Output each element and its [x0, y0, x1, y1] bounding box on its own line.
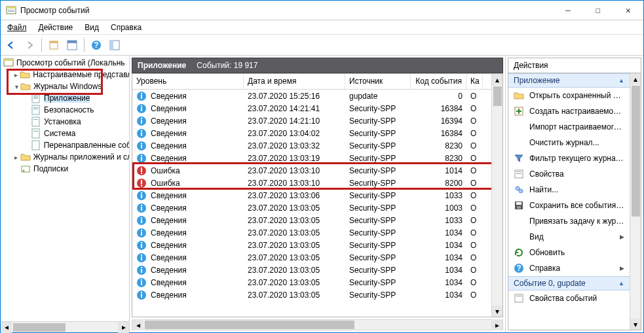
- subscription-icon: [20, 164, 31, 174]
- actions-section-event[interactable]: Событие 0, gupdate ▲: [508, 276, 630, 290]
- svg-rect-69: [141, 254, 142, 256]
- back-button[interactable]: [3, 37, 19, 53]
- svg-rect-71: [141, 269, 142, 273]
- table-row[interactable]: Сведения23.07.2020 13:03:05Security-SPP1…: [132, 226, 491, 239]
- scroll-left-icon[interactable]: ◂: [1, 322, 12, 333]
- table-row[interactable]: Сведения23.07.2020 13:03:05Security-SPP1…: [132, 202, 491, 214]
- table-row[interactable]: Сведения23.07.2020 13:03:05Security-SPP1…: [132, 214, 491, 226]
- tree-windows-logs[interactable]: ▾ Журналы Windows: [1, 80, 129, 92]
- collapse-icon[interactable]: ▾: [12, 83, 20, 90]
- collapse-icon[interactable]: ▲: [618, 280, 624, 287]
- menu-action[interactable]: Действие: [36, 22, 76, 33]
- action-refresh[interactable]: Обновить: [508, 245, 630, 260]
- svg-rect-63: [141, 230, 142, 231]
- svg-rect-56: [141, 207, 142, 211]
- action-attach-task[interactable]: Привязать задачу к журн...: [508, 213, 630, 229]
- table-row[interactable]: Сведения23.07.2020 13:04:02Security-SPP1…: [132, 127, 491, 139]
- action-event-props[interactable]: Свойства событий: [508, 290, 630, 306]
- action-help[interactable]: ?Справка▶: [508, 260, 630, 276]
- scroll-down-icon[interactable]: ▾: [492, 306, 502, 317]
- svg-rect-20: [33, 109, 38, 109]
- cell-code: 1003: [411, 203, 466, 213]
- table-row[interactable]: Сведения23.07.2020 15:25:16gupdate0О: [132, 90, 491, 102]
- show-tree-button[interactable]: [46, 37, 62, 53]
- minimize-button[interactable]: —: [553, 1, 583, 20]
- action-save-all[interactable]: Сохранить все события к...: [508, 198, 630, 213]
- action-open-saved[interactable]: Открыть сохраненный ж...: [508, 88, 630, 103]
- table-row[interactable]: Сведения23.07.2020 13:03:19Security-SPP8…: [132, 152, 491, 164]
- col-code[interactable]: Код события: [411, 74, 466, 89]
- table-row[interactable]: Сведения23.07.2020 13:03:32Security-SPP8…: [132, 139, 491, 152]
- tree-setup[interactable]: Установка: [1, 116, 129, 128]
- col-source[interactable]: Источник: [345, 74, 411, 89]
- action-filter[interactable]: Фильтр текущего журнал...: [508, 150, 630, 166]
- table-row[interactable]: Ошибка23.07.2020 13:03:10Security-SPP101…: [132, 164, 491, 177]
- actions-pane: Действия Приложение ▲ Открыть сохраненны…: [506, 56, 643, 332]
- action-clear-log[interactable]: Очистить журнал...: [508, 135, 630, 150]
- collapse-icon[interactable]: ▲: [618, 77, 624, 84]
- toolbar: ?: [1, 35, 643, 56]
- toolbar-separator-2: [84, 38, 85, 52]
- table-row[interactable]: Сведения23.07.2020 14:21:41Security-SPP1…: [132, 102, 491, 114]
- expand-icon[interactable]: ▸: [12, 71, 20, 79]
- scroll-left-icon[interactable]: ◂: [132, 319, 143, 330]
- menu-view[interactable]: Вид: [82, 22, 102, 33]
- svg-rect-65: [141, 244, 142, 248]
- table-row[interactable]: Сведения23.07.2020 13:03:05Security-SPP1…: [132, 276, 491, 289]
- expand-icon[interactable]: ▸: [12, 154, 20, 161]
- table-row[interactable]: Сведения23.07.2020 14:21:10Security-SPP1…: [132, 114, 491, 127]
- tree-system[interactable]: Система: [1, 128, 129, 139]
- grid-h-scrollbar[interactable]: ◂ ▸: [132, 319, 503, 330]
- properties-button[interactable]: [64, 37, 80, 53]
- svg-rect-23: [32, 129, 39, 138]
- scroll-right-icon[interactable]: ▸: [118, 322, 129, 333]
- menu-help[interactable]: Справка: [108, 22, 144, 33]
- col-date[interactable]: Дата и время: [244, 74, 345, 89]
- scroll-up-icon[interactable]: ▴: [492, 74, 502, 85]
- maximize-button[interactable]: ☐: [583, 1, 613, 20]
- col-level[interactable]: Уровень: [132, 74, 244, 89]
- cell-source: Security-SPP: [345, 116, 411, 126]
- svg-rect-48: [141, 173, 142, 174]
- tree-custom-views[interactable]: ▸ Настраиваемые представле: [1, 69, 129, 80]
- table-row[interactable]: Сведения23.07.2020 13:03:05Security-SPP1…: [132, 289, 491, 301]
- cell-level: Сведения: [151, 154, 187, 163]
- action-create-custom[interactable]: Создать настраиваемое п...: [508, 103, 630, 119]
- table-row[interactable]: Сведения23.07.2020 13:03:05Security-SPP1…: [132, 264, 491, 276]
- table-row[interactable]: Сведения23.07.2020 13:03:06Security-SPP1…: [132, 189, 491, 202]
- table-row[interactable]: Ошибка23.07.2020 13:03:10Security-SPP820…: [132, 177, 491, 189]
- actions-v-scrollbar[interactable]: ▴ ▾: [630, 73, 641, 330]
- tree-security[interactable]: Безопасность: [1, 104, 129, 116]
- folder-icon: [20, 152, 31, 162]
- scroll-up-icon[interactable]: ▴: [630, 73, 641, 84]
- tree-h-scrollbar[interactable]: ◂ ▸: [1, 321, 129, 332]
- action-find[interactable]: Найти...: [508, 182, 630, 198]
- tree[interactable]: Просмотр событий (Локальнь ▸ Настраиваем…: [1, 56, 129, 321]
- tree-app-services[interactable]: ▸ Журналы приложений и сл: [1, 151, 129, 163]
- tree-root[interactable]: Просмотр событий (Локальнь: [1, 57, 129, 69]
- event-grid[interactable]: Уровень Дата и время Источник Код событи…: [132, 74, 491, 317]
- action-import-custom[interactable]: Импорт настраиваемого...: [508, 119, 630, 135]
- close-button[interactable]: ✕: [613, 1, 643, 20]
- action-properties[interactable]: Свойства: [508, 166, 630, 182]
- tree-forwarded[interactable]: Перенаправленные соб: [1, 139, 129, 151]
- table-row[interactable]: Сведения23.07.2020 13:03:05Security-SPP1…: [132, 239, 491, 251]
- help-button[interactable]: ?: [88, 37, 104, 53]
- panes-button[interactable]: [107, 37, 123, 53]
- action-view[interactable]: Вид▶: [508, 229, 630, 245]
- open-icon: [514, 90, 524, 101]
- table-row[interactable]: Сведения23.07.2020 13:03:05Security-SPP1…: [132, 251, 491, 264]
- tree-subscriptions[interactable]: Подписки: [1, 163, 129, 175]
- svg-rect-82: [516, 173, 521, 174]
- tree-application[interactable]: Приложение: [1, 92, 129, 104]
- scroll-down-icon[interactable]: ▾: [630, 319, 641, 330]
- grid-v-scrollbar[interactable]: ▴ ▾: [491, 74, 502, 317]
- cell-source: Security-SPP: [345, 290, 411, 300]
- svg-rect-19: [33, 107, 38, 108]
- forward-button[interactable]: [22, 37, 37, 53]
- actions-section-app[interactable]: Приложение ▲: [508, 73, 630, 88]
- grid-header: Уровень Дата и время Источник Код событи…: [132, 74, 491, 90]
- menu-file[interactable]: Файл: [5, 22, 29, 33]
- col-category[interactable]: Ка: [466, 74, 483, 89]
- scroll-right-icon[interactable]: ▸: [491, 319, 502, 330]
